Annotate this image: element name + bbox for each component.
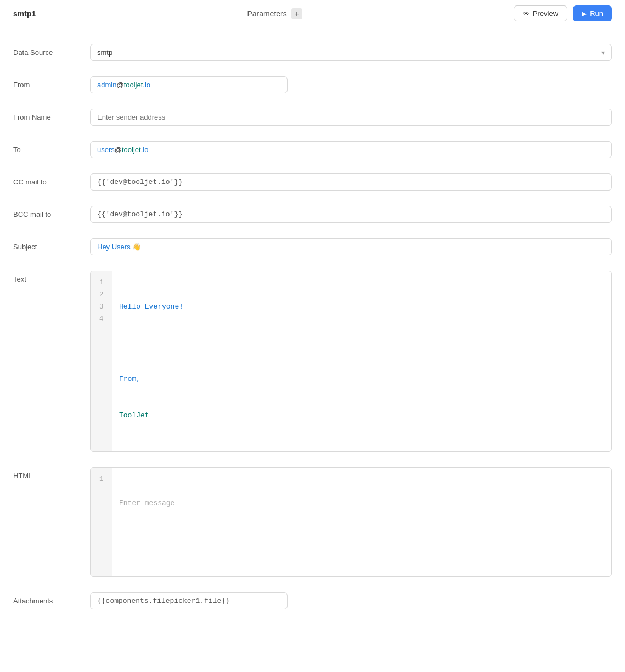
from-name-label: From Name	[13, 109, 79, 121]
run-label: Run	[590, 9, 603, 18]
bcc-control: {{'dev@tooljet.io'}}	[90, 206, 612, 223]
line-num-4: 4	[91, 313, 112, 325]
text-line-1: Hello Everyone!	[119, 301, 605, 313]
html-row: HTML 1 Enter message	[13, 467, 612, 577]
attachments-row: Attachments {{components.filepicker1.fil…	[13, 592, 612, 609]
from-label: From	[13, 76, 79, 89]
text-line-4: ToolJet	[119, 410, 605, 422]
header-center: Parameters +	[247, 8, 302, 19]
cc-row: CC mail to {{'dev@tooljet.io'}}	[13, 173, 612, 191]
data-source-value: smtp	[97, 48, 112, 57]
run-button[interactable]: ▶ Run	[573, 5, 612, 21]
line-num-3: 3	[91, 301, 112, 313]
to-at: @	[115, 145, 122, 154]
text-control: 1 2 3 4 Hello Everyone! From, ToolJet	[90, 271, 612, 452]
text-row: Text 1 2 3 4 Hello Everyone! From, ToolJ…	[13, 271, 612, 452]
from-input[interactable]: admin@tooljet.io	[90, 76, 288, 93]
text-label: Text	[13, 271, 79, 283]
bcc-label: BCC mail to	[13, 206, 79, 219]
text-line-3: From,	[119, 373, 605, 385]
data-source-control: smtp ▾	[90, 44, 612, 61]
text-line-2	[119, 337, 605, 349]
cc-value: {{'dev@tooljet.io'}}	[97, 178, 183, 186]
to-row: To users@tooljet.io	[13, 141, 612, 158]
from-domain: tooljet	[124, 81, 143, 89]
subject-control: Hey Users 👋	[90, 238, 612, 255]
attachments-value: {{components.filepicker1.file}}	[97, 597, 230, 605]
to-control: users@tooljet.io	[90, 141, 612, 158]
attachments-control: {{components.filepicker1.file}}	[90, 592, 612, 609]
bcc-row: BCC mail to {{'dev@tooljet.io'}}	[13, 206, 612, 223]
from-value-pre: admin	[97, 81, 116, 89]
html-code-content[interactable]: Enter message	[112, 468, 611, 576]
from-name-row: From Name	[13, 109, 612, 126]
header-actions: 👁 Preview ▶ Run	[514, 5, 612, 21]
html-editor[interactable]: 1 Enter message	[90, 467, 612, 577]
cc-control: {{'dev@tooljet.io'}}	[90, 173, 612, 191]
to-tld: .io	[141, 145, 149, 154]
line-num-1: 1	[91, 277, 112, 289]
line-num-2: 2	[91, 289, 112, 301]
attachments-input[interactable]: {{components.filepicker1.file}}	[90, 592, 288, 609]
to-value-pre: users	[97, 145, 115, 154]
attachments-label: Attachments	[13, 592, 79, 605]
header: smtp1 Parameters + 👁 Preview ▶ Run	[0, 0, 625, 27]
play-icon: ▶	[582, 10, 587, 18]
cc-label: CC mail to	[13, 173, 79, 186]
parameters-label: Parameters	[247, 9, 286, 18]
add-parameter-button[interactable]: +	[291, 8, 302, 19]
from-name-control	[90, 109, 612, 126]
data-source-row: Data Source smtp ▾	[13, 44, 612, 61]
subject-input[interactable]: Hey Users 👋	[90, 238, 612, 255]
to-label: To	[13, 141, 79, 154]
data-source-label: Data Source	[13, 44, 79, 57]
subject-label: Subject	[13, 238, 79, 251]
eye-icon: 👁	[523, 10, 530, 18]
from-row: From admin@tooljet.io	[13, 76, 612, 93]
data-source-display[interactable]: smtp ▾	[90, 44, 612, 61]
data-source-select[interactable]: smtp ▾	[90, 44, 612, 61]
to-input[interactable]: users@tooljet.io	[90, 141, 612, 158]
html-control: 1 Enter message	[90, 467, 612, 577]
to-domain: tooljet	[122, 145, 141, 154]
subject-value: Hey Users 👋	[97, 243, 141, 251]
from-name-input[interactable]	[90, 109, 612, 126]
bcc-value: {{'dev@tooljet.io'}}	[97, 210, 183, 219]
from-at: @	[116, 81, 123, 89]
app-title: smtp1	[13, 9, 36, 18]
text-editor[interactable]: 1 2 3 4 Hello Everyone! From, ToolJet	[90, 271, 612, 452]
html-label: HTML	[13, 467, 79, 480]
cc-input[interactable]: {{'dev@tooljet.io'}}	[90, 173, 612, 191]
text-code-content[interactable]: Hello Everyone! From, ToolJet	[112, 271, 611, 451]
from-tld: .io	[143, 81, 150, 89]
main-content: Data Source smtp ▾ From admin@tooljet.io…	[0, 27, 625, 641]
chevron-down-icon: ▾	[601, 49, 605, 57]
main-scroll: Data Source smtp ▾ From admin@tooljet.io…	[0, 27, 625, 672]
text-line-numbers: 1 2 3 4	[91, 271, 112, 451]
from-control: admin@tooljet.io	[90, 76, 612, 93]
preview-button[interactable]: 👁 Preview	[514, 5, 567, 21]
subject-row: Subject Hey Users 👋	[13, 238, 612, 255]
bcc-input[interactable]: {{'dev@tooljet.io'}}	[90, 206, 612, 223]
preview-label: Preview	[533, 9, 558, 18]
html-placeholder: Enter message	[119, 497, 605, 509]
html-line-num-1: 1	[91, 473, 112, 485]
html-line-numbers: 1	[91, 468, 112, 576]
